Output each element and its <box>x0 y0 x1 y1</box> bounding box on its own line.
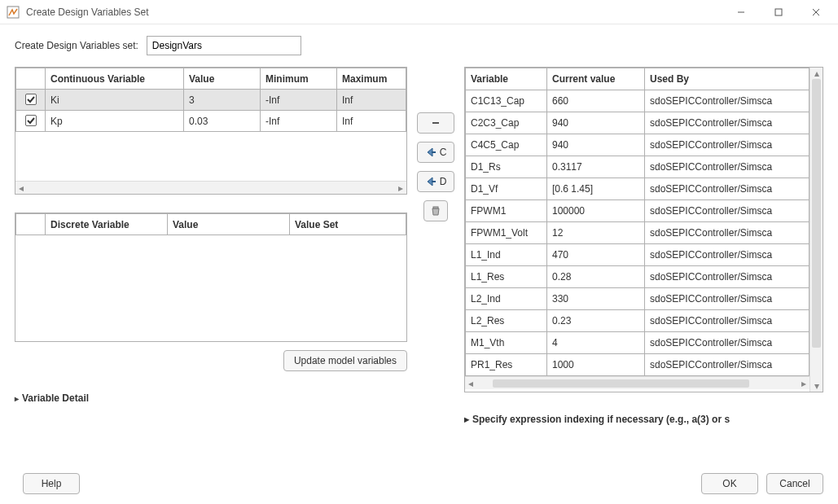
table-cell-used-by[interactable]: sdoSEPICController/Simsca <box>645 244 809 266</box>
table-cell-used-by[interactable]: sdoSEPICController/Simsca <box>645 156 809 178</box>
table-cell-current-value[interactable]: 0.23 <box>547 310 645 332</box>
table-cell-name[interactable]: Kp <box>46 111 184 132</box>
table-cell-variable[interactable]: D1_Vf <box>466 178 547 200</box>
table-cell-used-by[interactable]: sdoSEPICController/Simsca <box>645 112 809 134</box>
delete-button[interactable] <box>423 200 448 221</box>
help-button[interactable]: Help <box>23 473 80 494</box>
table-row[interactable]: Kp 0.03 -Inf Inf <box>16 111 406 132</box>
table-row-checkbox[interactable] <box>16 111 46 132</box>
table-cell-value[interactable]: 3 <box>184 90 261 111</box>
table-row[interactable]: C1C13_Cap 660 sdoSEPICController/Simsca <box>466 90 809 112</box>
add-continuous-button[interactable]: C <box>417 142 454 163</box>
table-cell-variable[interactable]: L2_Ind <box>466 288 547 310</box>
chevron-right-icon[interactable]: ▸ <box>798 378 809 389</box>
svg-rect-8 <box>433 207 438 208</box>
table-cell-value[interactable]: 0.03 <box>184 111 261 132</box>
update-model-variables-button[interactable]: Update model variables <box>283 350 407 371</box>
chevron-left-icon[interactable]: ◂ <box>465 378 476 389</box>
close-button[interactable] <box>797 0 835 24</box>
discrete-variable-table[interactable]: Discrete Variable Value Value Set <box>15 213 407 342</box>
table-cell-current-value[interactable]: 940 <box>547 112 645 134</box>
table-cell-used-by[interactable]: sdoSEPICController/Simsca <box>645 354 809 376</box>
table-cell-variable[interactable]: FPWM1_Volt <box>466 222 547 244</box>
table-row[interactable]: L2_Res 0.23 sdoSEPICController/Simsca <box>466 310 809 332</box>
table-cell-max[interactable]: Inf <box>337 111 406 132</box>
table-cell-used-by[interactable]: sdoSEPICController/Simsca <box>645 266 809 288</box>
table-row[interactable]: Ki 3 -Inf Inf <box>16 90 406 111</box>
table-cell-used-by[interactable]: sdoSEPICController/Simsca <box>645 90 809 112</box>
maximize-button[interactable] <box>760 0 797 24</box>
table-cell-used-by[interactable]: sdoSEPICController/Simsca <box>645 332 809 354</box>
col-maximum: Maximum <box>337 68 406 90</box>
set-name-input[interactable] <box>147 36 301 55</box>
table-row[interactable]: D1_Vf [0.6 1.45] sdoSEPICController/Sims… <box>466 178 809 200</box>
table-cell-current-value[interactable]: 940 <box>547 134 645 156</box>
cont-hscroll[interactable]: ◂ ▸ <box>15 181 406 194</box>
table-cell-variable[interactable]: C2C3_Cap <box>466 112 547 134</box>
table-cell-variable[interactable]: C1C13_Cap <box>466 90 547 112</box>
expression-indexing-label: Specify expression indexing if necessary… <box>472 414 730 425</box>
table-cell-current-value[interactable]: 0.28 <box>547 266 645 288</box>
table-cell-name[interactable]: Ki <box>46 90 184 111</box>
table-row-checkbox[interactable] <box>16 90 46 111</box>
variable-detail-label: Variable Detail <box>22 392 89 404</box>
remove-button[interactable] <box>417 112 454 134</box>
table-cell-used-by[interactable]: sdoSEPICController/Simsca <box>645 222 809 244</box>
expression-indexing-expander[interactable]: ▸ Specify expression indexing if necessa… <box>464 414 823 425</box>
table-cell-current-value[interactable]: 4 <box>547 332 645 354</box>
table-cell-max[interactable]: Inf <box>337 90 406 111</box>
table-cell-used-by[interactable]: sdoSEPICController/Simsca <box>645 288 809 310</box>
table-cell-variable[interactable]: D1_Rs <box>466 156 547 178</box>
table-cell-current-value[interactable]: 330 <box>547 288 645 310</box>
chevron-down-icon[interactable]: ▾ <box>810 380 823 392</box>
table-row[interactable]: M1_Vth 4 sdoSEPICController/Simsca <box>466 332 809 354</box>
table-row[interactable]: PR1_Res 1000 sdoSEPICController/Simsca <box>466 354 809 376</box>
col-disc-value: Value <box>168 214 290 235</box>
table-cell-current-value[interactable]: 1000 <box>547 354 645 376</box>
table-row[interactable]: FPWM1_Volt 12 sdoSEPICController/Simsca <box>466 222 809 244</box>
add-discrete-button[interactable]: D <box>417 171 454 192</box>
cancel-button[interactable]: Cancel <box>766 473 823 494</box>
chevron-right-icon[interactable]: ▸ <box>395 182 406 194</box>
table-row[interactable]: C4C5_Cap 940 sdoSEPICController/Simsca <box>466 134 809 156</box>
table-cell-current-value[interactable]: [0.6 1.45] <box>547 178 645 200</box>
table-cell-variable[interactable]: PR1_Res <box>466 354 547 376</box>
ok-button[interactable]: OK <box>701 473 758 494</box>
trash-icon <box>430 205 441 217</box>
chevron-left-icon[interactable]: ◂ <box>15 182 27 194</box>
table-row[interactable]: L1_Res 0.28 sdoSEPICController/Simsca <box>466 266 809 288</box>
var-vscroll[interactable]: ▴ ▾ <box>809 68 823 392</box>
minimize-button[interactable] <box>722 0 760 24</box>
col-check <box>16 68 46 90</box>
table-cell-used-by[interactable]: sdoSEPICController/Simsca <box>645 134 809 156</box>
continuous-variable-table[interactable]: Continuous Variable Value Minimum Maximu… <box>15 67 407 195</box>
table-row[interactable]: L1_Ind 470 sdoSEPICController/Simsca <box>466 244 809 266</box>
table-row[interactable]: D1_Rs 0.3117 sdoSEPICController/Simsca <box>466 156 809 178</box>
table-cell-variable[interactable]: M1_Vth <box>466 332 547 354</box>
col-current-value: Current value <box>547 68 645 90</box>
table-cell-min[interactable]: -Inf <box>261 90 337 111</box>
table-cell-current-value[interactable]: 470 <box>547 244 645 266</box>
col-discrete-variable: Discrete Variable <box>46 214 168 235</box>
variable-detail-expander[interactable]: ▸ Variable Detail <box>15 392 407 404</box>
table-cell-variable[interactable]: FPWM1 <box>466 200 547 222</box>
table-cell-used-by[interactable]: sdoSEPICController/Simsca <box>645 178 809 200</box>
table-row[interactable]: C2C3_Cap 940 sdoSEPICController/Simsca <box>466 112 809 134</box>
table-cell-current-value[interactable]: 12 <box>547 222 645 244</box>
chevron-up-icon[interactable]: ▴ <box>810 68 823 79</box>
table-cell-used-by[interactable]: sdoSEPICController/Simsca <box>645 200 809 222</box>
table-row[interactable]: L2_Ind 330 sdoSEPICController/Simsca <box>466 288 809 310</box>
table-cell-variable[interactable]: C4C5_Cap <box>466 134 547 156</box>
table-cell-used-by[interactable]: sdoSEPICController/Simsca <box>645 310 809 332</box>
table-row[interactable]: FPWM1 100000 sdoSEPICController/Simsca <box>466 200 809 222</box>
table-cell-min[interactable]: -Inf <box>261 111 337 132</box>
table-cell-current-value[interactable]: 100000 <box>547 200 645 222</box>
table-cell-variable[interactable]: L2_Res <box>466 310 547 332</box>
model-variables-table[interactable]: Variable Current value Used By C1C13_Cap… <box>464 67 823 392</box>
table-cell-variable[interactable]: L1_Res <box>466 266 547 288</box>
var-hscroll[interactable]: ◂ ▸ <box>465 376 809 389</box>
table-cell-current-value[interactable]: 660 <box>547 90 645 112</box>
table-cell-variable[interactable]: L1_Ind <box>466 244 547 266</box>
app-icon <box>7 6 20 19</box>
table-cell-current-value[interactable]: 0.3117 <box>547 156 645 178</box>
